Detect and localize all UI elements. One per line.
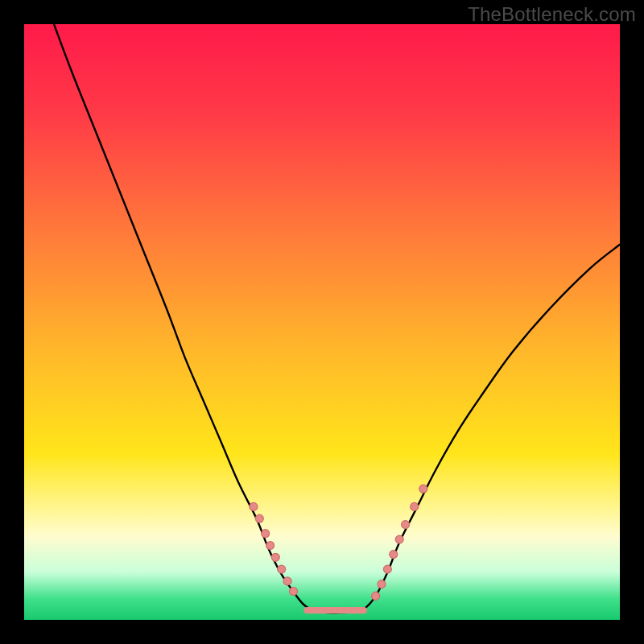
data-dot-right (383, 565, 391, 573)
data-dot-left (262, 530, 270, 538)
data-dot-left (289, 587, 297, 595)
data-dot-right (419, 485, 427, 493)
data-dot-left (255, 514, 263, 522)
chart-container: TheBottleneck.com (0, 0, 644, 644)
data-dot-right (395, 535, 403, 543)
watermark-text: TheBottleneck.com (468, 3, 636, 26)
plot-area (24, 24, 620, 620)
data-dot-left (250, 502, 258, 510)
data-dot-right (372, 592, 380, 600)
data-dot-left (283, 577, 291, 585)
data-dot-right (390, 551, 398, 559)
chart-svg (0, 0, 644, 644)
data-dot-left (278, 565, 286, 573)
data-dot-left (271, 553, 279, 561)
data-dot-right (411, 502, 419, 510)
data-dot-right (402, 521, 410, 529)
data-dot-left (266, 542, 275, 550)
data-dot-right (378, 580, 386, 588)
